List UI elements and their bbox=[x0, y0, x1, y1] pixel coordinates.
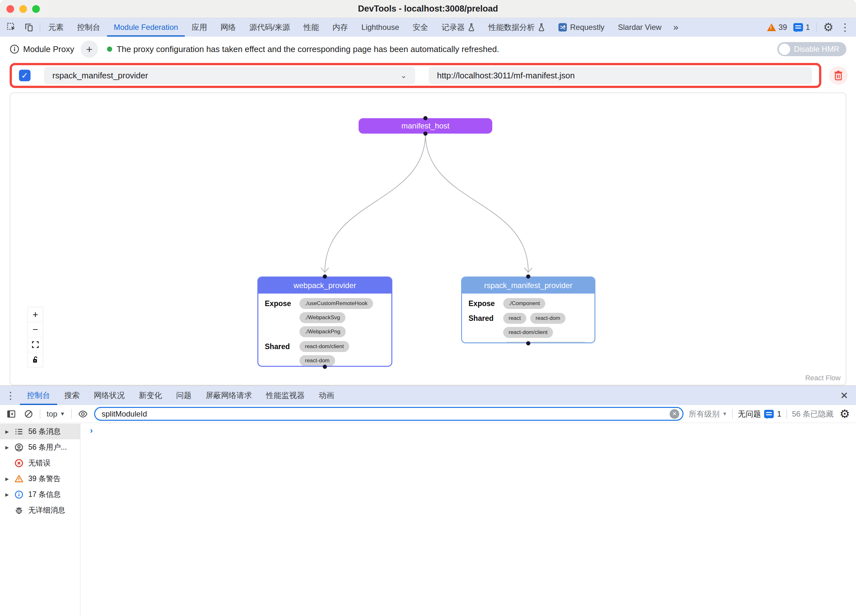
react-flow-attribution[interactable]: React Flow bbox=[805, 374, 841, 382]
tab-网络[interactable]: 网络 bbox=[214, 18, 243, 37]
drawer-tab-动画[interactable]: 动画 bbox=[312, 386, 341, 405]
console-sidebar-item[interactable]: ▶39 条警告 bbox=[0, 471, 80, 487]
tab-元素[interactable]: 元素 bbox=[42, 18, 70, 37]
expand-arrow-icon[interactable]: ▶ bbox=[5, 492, 10, 497]
tab-内存[interactable]: 内存 bbox=[326, 18, 355, 37]
settings-gear-icon[interactable]: ⚙ bbox=[823, 22, 833, 33]
drawer-tab-屏蔽网络请求[interactable]: 屏蔽网络请求 bbox=[199, 386, 259, 405]
disable-hmr-toggle[interactable]: Disable HMR bbox=[777, 42, 846, 56]
manifest-url-input[interactable] bbox=[429, 67, 812, 84]
toolbar-divider bbox=[732, 409, 733, 419]
expand-arrow-icon[interactable]: ▶ bbox=[5, 476, 10, 481]
tab-label: 性能数据分析 bbox=[488, 22, 535, 32]
warning-count-badge[interactable]: 39 bbox=[767, 23, 787, 32]
shared-pill: react-dom/client bbox=[299, 341, 349, 352]
drawer-kebab-menu-icon[interactable]: ⋮ bbox=[0, 386, 20, 405]
console-toolbar: top ▼ ✕ 所有级别 ▼ 无问题 1 bbox=[0, 405, 856, 423]
hidden-messages-count: 56 条已隐藏 bbox=[792, 409, 833, 419]
tab-slardar-view[interactable]: Slardar View bbox=[611, 18, 668, 37]
module-graph-panel[interactable]: manifest_host webpack_provider Expose./u… bbox=[10, 92, 846, 386]
zoom-in-button[interactable]: + bbox=[28, 307, 43, 322]
shared-pill: react-dom bbox=[299, 355, 335, 366]
handle-host-top[interactable] bbox=[423, 116, 428, 120]
proxy-rule-checkbox[interactable]: ✓ bbox=[19, 70, 31, 81]
console-sidebar-item[interactable]: 无详细消息 bbox=[0, 502, 80, 518]
delete-rule-button[interactable] bbox=[829, 66, 848, 85]
log-levels-dropdown[interactable]: 所有级别 ▼ bbox=[688, 409, 727, 419]
drawer-tab-控制台[interactable]: 控制台 bbox=[20, 386, 57, 405]
tab-应用[interactable]: 应用 bbox=[185, 18, 214, 37]
more-tabs-button[interactable]: » bbox=[668, 18, 684, 37]
drawer-tab-新变化[interactable]: 新变化 bbox=[132, 386, 169, 405]
live-expression-eye-icon[interactable] bbox=[77, 408, 89, 420]
console-sidebar-item[interactable]: ▶56 条用户... bbox=[0, 439, 80, 455]
tab-源代码-来源[interactable]: 源代码/来源 bbox=[243, 18, 297, 37]
tab-性能数据分析[interactable]: 性能数据分析 bbox=[482, 18, 552, 37]
handle-webpack-top[interactable] bbox=[323, 275, 327, 279]
clear-console-icon[interactable] bbox=[23, 408, 35, 420]
node-webpack-provider[interactable]: webpack_provider Expose./useCustomRemote… bbox=[257, 277, 393, 367]
caret-down-icon: ▼ bbox=[60, 411, 65, 417]
proxy-status-dot bbox=[107, 46, 112, 52]
drawer-tab-性能监视器[interactable]: 性能监视器 bbox=[259, 386, 312, 405]
tab-label: 应用 bbox=[191, 22, 207, 32]
inspect-element-icon[interactable] bbox=[5, 20, 18, 34]
tab-label: 安全 bbox=[413, 22, 428, 32]
clear-filter-icon[interactable]: ✕ bbox=[670, 409, 679, 419]
lock-button[interactable] bbox=[28, 352, 43, 367]
handle-webpack-bottom[interactable] bbox=[323, 365, 327, 369]
tab-安全[interactable]: 安全 bbox=[406, 18, 435, 37]
kebab-menu-icon[interactable]: ⋮ bbox=[840, 22, 850, 32]
shared-pills: reactreact-domreact-dom/client bbox=[503, 313, 588, 338]
tab-requestly[interactable]: Requestly bbox=[552, 18, 611, 37]
handle-host-bottom[interactable] bbox=[423, 132, 428, 136]
node-title[interactable]: webpack_provider bbox=[258, 278, 391, 293]
tab-记录器[interactable]: 记录器 bbox=[435, 18, 482, 37]
console-sidebar-toggle-icon[interactable] bbox=[5, 408, 17, 420]
expand-arrow-icon[interactable]: ▶ bbox=[5, 429, 10, 434]
console-sidebar-item[interactable]: ▶56 条消息 bbox=[0, 424, 80, 439]
warning-count: 39 bbox=[779, 23, 787, 32]
toggle-knob bbox=[779, 44, 790, 55]
close-drawer-icon[interactable]: ✕ bbox=[833, 386, 856, 405]
tab-lighthouse[interactable]: Lighthouse bbox=[355, 18, 406, 37]
tab-label: Lighthouse bbox=[362, 23, 399, 32]
message-bubble-icon bbox=[793, 23, 803, 31]
handle-rspack-bottom[interactable] bbox=[527, 341, 531, 346]
provider-select[interactable]: rspack_manifest_provider ⌄ bbox=[44, 67, 415, 84]
add-proxy-rule-button[interactable]: + bbox=[81, 40, 98, 58]
shared-pills: react-dom/clientreact-domreact/jsx-dev-r… bbox=[299, 341, 385, 367]
device-toolbar-icon[interactable] bbox=[22, 20, 36, 34]
context-selector[interactable]: top ▼ bbox=[45, 410, 66, 418]
node-body: Expose./ComponentSharedreactreact-domrea… bbox=[462, 293, 594, 343]
issue-count-badge[interactable]: 1 bbox=[793, 23, 810, 32]
node-title[interactable]: rspack_manifest_provider bbox=[462, 278, 594, 293]
drawer-tab-问题[interactable]: 问题 bbox=[169, 386, 199, 405]
zoom-out-button[interactable]: − bbox=[28, 322, 43, 337]
expand-arrow-icon[interactable]: ▶ bbox=[5, 445, 10, 450]
issues-status[interactable]: 无问题 1 bbox=[738, 409, 781, 419]
fit-view-button[interactable] bbox=[28, 337, 43, 352]
handle-rspack-top[interactable] bbox=[527, 275, 531, 279]
tab-性能[interactable]: 性能 bbox=[297, 18, 326, 37]
console-sidebar-item[interactable]: ▶17 条信息 bbox=[0, 487, 80, 502]
module-proxy-title: Module Proxy bbox=[23, 44, 74, 54]
console-sidebar-item[interactable]: 无错误 bbox=[0, 455, 80, 471]
expand-chevron-icon[interactable]: › bbox=[90, 426, 93, 436]
console-filter-input[interactable] bbox=[102, 410, 667, 418]
node-rspack-manifest-provider[interactable]: rspack_manifest_provider Expose./Compone… bbox=[461, 277, 596, 343]
tab-label: 记录器 bbox=[442, 22, 465, 32]
drawer-tab-网络状况[interactable]: 网络状况 bbox=[87, 386, 132, 405]
console-settings-gear-icon[interactable]: ⚙ bbox=[839, 408, 851, 420]
tab-控制台[interactable]: 控制台 bbox=[70, 18, 107, 37]
info-icon[interactable] bbox=[10, 44, 19, 54]
context-value: top bbox=[46, 410, 57, 418]
console-sidebar-label: 17 条信息 bbox=[28, 490, 61, 499]
drawer-tab-搜索[interactable]: 搜索 bbox=[57, 386, 87, 405]
expose-label: Expose bbox=[468, 298, 500, 308]
shared-row: Sharedreactreact-domreact-dom/client bbox=[468, 313, 588, 338]
tab-module-federation[interactable]: Module Federation bbox=[107, 18, 185, 37]
message-count: 1 bbox=[805, 23, 810, 32]
console-messages-area[interactable]: › bbox=[80, 423, 856, 616]
drawer-tabs: 控制台搜索网络状况新变化问题屏蔽网络请求性能监视器动画 bbox=[20, 386, 341, 405]
